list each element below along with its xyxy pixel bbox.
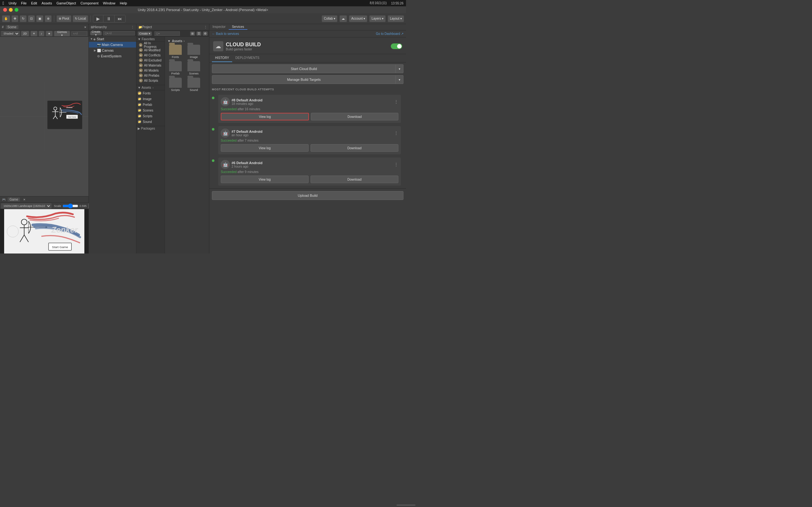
fav-all-excluded[interactable]: ● All Excluded xyxy=(138,58,163,63)
account-button[interactable]: Account ▾ xyxy=(349,15,367,22)
pause-button[interactable]: ⏸ xyxy=(103,15,114,22)
asset-scenes[interactable]: Scenes xyxy=(186,61,202,75)
assets-path-label: Assets xyxy=(172,39,183,43)
asset-image[interactable]: Image xyxy=(186,45,202,59)
tab-history[interactable]: HISTORY xyxy=(212,54,232,62)
tree-item-fonts[interactable]: 📁 Fonts xyxy=(136,90,165,96)
menu-unity[interactable]: Unity xyxy=(9,1,16,5)
hierarchy-item-eventsystem[interactable]: ⚙ EventSystem xyxy=(89,53,136,59)
build-8-more-icon[interactable]: ⋮ xyxy=(394,99,398,104)
asset-sound[interactable]: Sound xyxy=(186,78,202,92)
rect-tool-button[interactable]: ▣ xyxy=(36,15,44,22)
build-6-view-log-button[interactable]: View log xyxy=(221,176,309,183)
fav-all-conflicts[interactable]: ● All Conflicts xyxy=(138,53,163,58)
layout-button[interactable]: Layout ▾ xyxy=(388,15,404,22)
tree-item-sound[interactable]: 📁 Sound xyxy=(136,119,165,124)
hierarchy-item-canvas[interactable]: ▶ ⬜ Canvas xyxy=(89,48,136,53)
project-view-icons[interactable]: ⊞ xyxy=(190,32,195,36)
scene-tab[interactable]: Scene xyxy=(6,25,18,29)
rotate-tool-button[interactable]: ↻ xyxy=(20,15,27,22)
project-settings[interactable]: ⚙ xyxy=(203,32,208,36)
scale-slider[interactable] xyxy=(62,204,78,209)
game-close-icon[interactable]: ✕ xyxy=(23,198,26,201)
build-6-info: #6 Default Android 2 hours ago xyxy=(232,161,392,168)
layers-button[interactable]: Layers ▾ xyxy=(369,15,386,22)
collab-button[interactable]: Collab ▾ xyxy=(322,15,338,22)
game-panel-header: 🎮 Game ✕ xyxy=(0,196,89,203)
tab-deployments[interactable]: DEPLOYMENTS xyxy=(232,54,263,62)
menu-edit[interactable]: Edit xyxy=(31,1,37,5)
scene-canvas[interactable]: Zenker Start Game xyxy=(0,37,89,196)
upload-build-button[interactable]: Upload Build xyxy=(212,191,403,200)
hierarchy-item-maincamera[interactable]: 📷 Main Camera xyxy=(89,42,136,48)
fav-all-in-progress[interactable]: ● All In Progress xyxy=(138,43,163,48)
hand-tool-button[interactable]: ✋ xyxy=(2,15,10,22)
build-6-more-icon[interactable]: ⋮ xyxy=(394,162,398,167)
tab-inspector[interactable]: Inspector xyxy=(209,24,229,30)
menu-file[interactable]: File xyxy=(21,1,27,5)
game-canvas[interactable]: Zenker Start Game xyxy=(0,209,89,253)
play-button[interactable]: ▶ xyxy=(93,15,103,22)
build-7-download-button[interactable]: Download xyxy=(310,144,398,152)
asset-fonts[interactable]: Fonts xyxy=(167,45,183,59)
project-view-list[interactable]: ☰ xyxy=(196,32,201,36)
start-cloud-build-arrow[interactable]: ▾ xyxy=(396,64,403,73)
asset-prefab[interactable]: Prefab xyxy=(167,61,183,75)
hierarchy-create-button[interactable]: Create ▾ xyxy=(90,31,102,36)
pivot-button[interactable]: ⊕ Pivot xyxy=(56,15,71,22)
tree-item-scripts[interactable]: 📁 Scripts xyxy=(136,113,165,119)
build-7-view-log-button[interactable]: View log xyxy=(221,144,309,152)
start-cloud-build-button[interactable]: Start Cloud Build xyxy=(212,64,396,73)
project-search-input[interactable] xyxy=(154,32,180,36)
menu-component[interactable]: Component xyxy=(81,1,99,5)
transform-tool-button[interactable]: ⊕ xyxy=(45,15,52,22)
menu-window[interactable]: Window xyxy=(103,1,115,5)
apple-menu[interactable]:  xyxy=(3,1,4,6)
back-to-services-button[interactable]: ← Back to services xyxy=(212,32,239,36)
build-6-download-button[interactable]: Download xyxy=(310,176,398,183)
audio-button[interactable]: ♪ xyxy=(39,31,45,37)
asset-scripts[interactable]: Scripts xyxy=(167,78,183,92)
fav-all-prefabs[interactable]: ● All Prefabs xyxy=(138,73,163,78)
manage-build-targets-arrow[interactable]: ▾ xyxy=(396,75,403,84)
cloud-button[interactable]: ☁ xyxy=(339,15,347,22)
tree-item-image[interactable]: 📁 Image xyxy=(136,96,165,102)
move-tool-button[interactable]: ✥ xyxy=(11,15,18,22)
go-to-dashboard-link[interactable]: Go to Dashboard ↗ xyxy=(376,32,403,36)
project-options-icon[interactable]: ⋮ xyxy=(204,25,207,29)
gizmos-button[interactable]: Gizmos ▾ xyxy=(54,31,70,37)
hierarchy-item-start[interactable]: ▼ ◈ Start xyxy=(89,36,136,42)
tab-services[interactable]: Services xyxy=(229,24,247,30)
manage-build-targets-button[interactable]: Manage Build Targets xyxy=(212,75,396,84)
scale-tool-button[interactable]: ⊡ xyxy=(28,15,35,22)
fav-all-modified[interactable]: ● All Modified xyxy=(138,48,163,53)
resolution-dropdown[interactable]: 1920x1080 Landscape (1920x10 xyxy=(1,204,51,209)
game-tab[interactable]: Game xyxy=(8,198,20,202)
tree-item-scenes[interactable]: 📁 Scenes xyxy=(136,107,165,113)
scene-search[interactable] xyxy=(71,32,87,36)
build-8-view-log-button[interactable]: View log xyxy=(221,113,309,120)
scene-close-icon[interactable]: ✕ xyxy=(84,26,87,29)
effects-button[interactable]: ★ xyxy=(46,31,53,37)
tree-item-prefab[interactable]: 📁 Prefab xyxy=(136,102,165,107)
light-button[interactable]: ☀ xyxy=(31,31,38,37)
menu-gameobject[interactable]: GameObject xyxy=(56,1,76,5)
minimize-button[interactable] xyxy=(9,8,13,12)
build-8-download-button[interactable]: Download xyxy=(311,113,398,120)
menu-assets[interactable]: Assets xyxy=(42,1,52,5)
shaded-dropdown[interactable]: Shaded xyxy=(1,31,20,36)
project-create-button[interactable]: Create ▾ xyxy=(138,32,152,36)
fav-all-materials[interactable]: ● All Materials xyxy=(138,63,163,68)
menu-help[interactable]: Help xyxy=(120,1,127,5)
cloud-build-toggle[interactable] xyxy=(391,43,402,49)
fav-all-models[interactable]: ● All Models xyxy=(138,68,163,73)
local-button[interactable]: ↻ Local xyxy=(72,15,88,22)
build-7-more-icon[interactable]: ⋮ xyxy=(394,130,398,135)
hierarchy-options-icon[interactable]: ⋮ xyxy=(131,25,134,29)
close-button[interactable] xyxy=(3,8,7,12)
fav-all-scripts[interactable]: ● All Scripts xyxy=(138,78,163,83)
hierarchy-search-input[interactable] xyxy=(103,31,135,36)
2d-button[interactable]: 2D xyxy=(21,31,29,37)
step-button[interactable]: ⏭ xyxy=(114,15,125,22)
maximize-button[interactable] xyxy=(14,8,18,12)
